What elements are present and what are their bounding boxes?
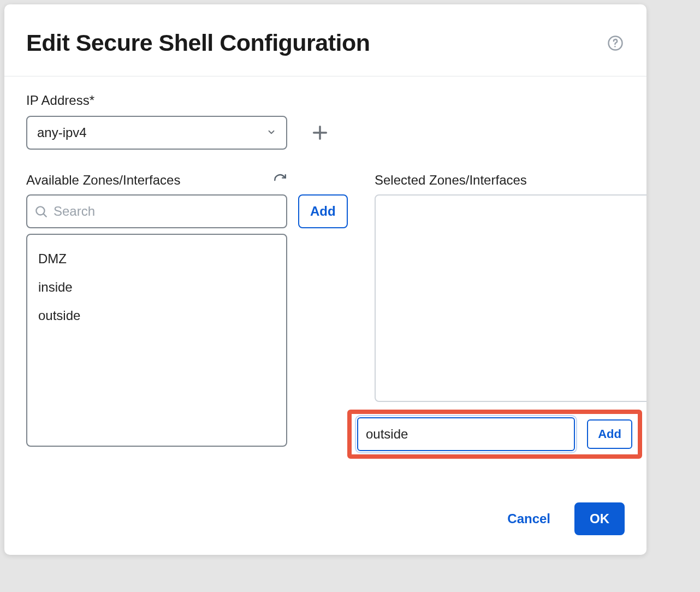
ip-address-select[interactable]: any-ipv4 <box>26 116 287 150</box>
selected-zones-listbox[interactable] <box>375 194 646 402</box>
list-item[interactable]: inside <box>38 273 275 301</box>
svg-point-1 <box>614 46 616 48</box>
manual-zone-input[interactable] <box>357 417 575 451</box>
add-to-selected-button[interactable]: Add <box>298 194 348 228</box>
ip-address-row: any-ipv4 <box>26 116 625 150</box>
available-zones-search[interactable] <box>26 194 287 228</box>
cancel-button[interactable]: Cancel <box>493 502 565 535</box>
search-icon <box>34 204 48 218</box>
search-input[interactable] <box>54 204 280 219</box>
help-icon[interactable] <box>606 34 625 52</box>
available-zones-label: Available Zones/Interfaces <box>26 173 180 188</box>
selected-zones-label: Selected Zones/Interfaces <box>375 173 527 188</box>
add-ip-button[interactable] <box>309 122 331 144</box>
dialog-body: IP Address* any-ipv4 Available Zones/Int… <box>4 76 646 447</box>
selected-zones-header: Selected Zones/Interfaces <box>375 173 646 188</box>
manual-add-button[interactable]: Add <box>587 419 632 449</box>
manual-add-highlight: Add <box>347 410 642 459</box>
add-button-column: Add <box>298 194 364 228</box>
dialog-header: Edit Secure Shell Configuration <box>4 4 646 76</box>
refresh-icon[interactable] <box>273 173 287 187</box>
ip-address-label: IP Address* <box>26 93 625 108</box>
ok-button[interactable]: OK <box>574 502 625 535</box>
dialog-footer: Cancel OK <box>493 502 625 535</box>
dialog-title: Edit Secure Shell Configuration <box>26 29 370 56</box>
dialog: Edit Secure Shell Configuration IP Addre… <box>4 4 646 555</box>
list-item[interactable]: DMZ <box>38 245 275 273</box>
svg-line-5 <box>44 214 46 217</box>
chevron-down-icon <box>266 125 276 140</box>
available-zones-header: Available Zones/Interfaces <box>26 173 287 188</box>
zones-dual-list: Available Zones/Interfaces Selected Zone… <box>26 173 625 447</box>
list-item[interactable]: outside <box>38 301 275 330</box>
available-zones-listbox[interactable]: DMZ inside outside <box>26 234 287 447</box>
ip-address-value: any-ipv4 <box>37 125 87 140</box>
